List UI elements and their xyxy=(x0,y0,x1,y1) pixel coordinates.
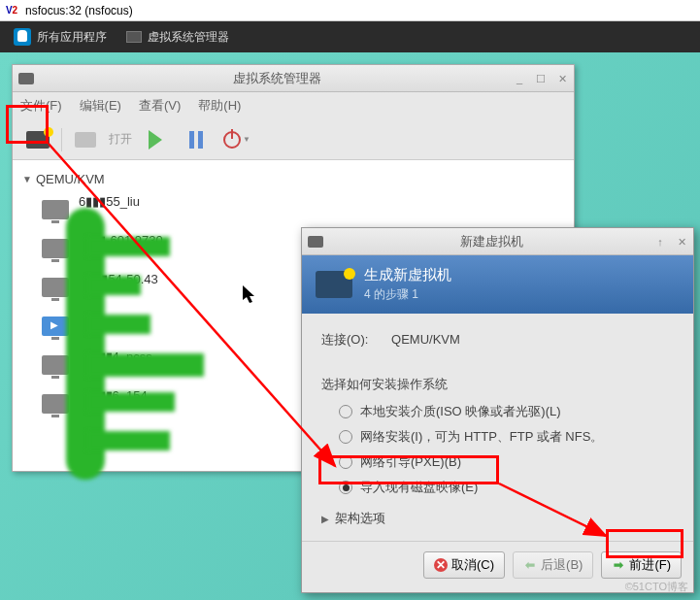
dialog-close-button[interactable]: ✕ xyxy=(676,236,687,248)
blue-hand-icon xyxy=(14,28,31,46)
install-method-label: 选择如何安装操作系统 xyxy=(321,376,674,393)
desktop-taskbar: 所有应用程序 虚拟系统管理器 xyxy=(0,21,700,52)
vmm-taskbar-icon xyxy=(126,31,142,43)
open-vm-button[interactable] xyxy=(68,124,103,155)
dialog-title: 新建虚拟机 xyxy=(329,233,654,250)
radio-import-disk[interactable]: 导入现有磁盘映像(E) xyxy=(339,479,674,496)
shutdown-button[interactable]: ▼ xyxy=(219,124,254,155)
vm-running-icon xyxy=(42,317,69,336)
chevron-down-icon: ▼ xyxy=(243,135,250,144)
redaction-overlay xyxy=(87,353,204,377)
redaction-overlay xyxy=(87,276,141,295)
vnc-titlebar: V2 nsfocus:32 (nsfocus) xyxy=(0,0,700,21)
vm-off-icon xyxy=(42,200,69,219)
redaction-overlay xyxy=(87,315,150,334)
run-button[interactable] xyxy=(138,124,173,155)
redaction-overlay xyxy=(87,392,175,412)
play-icon xyxy=(149,130,162,150)
cancel-icon: ✕ xyxy=(434,558,448,572)
cursor-icon xyxy=(243,285,256,305)
vm-off-icon xyxy=(42,394,69,414)
vmm-taskbar-label: 虚拟系统管理器 xyxy=(148,29,229,46)
monitor-icon xyxy=(75,132,96,148)
radio-selected-icon xyxy=(339,481,352,494)
applications-label: 所有应用程序 xyxy=(37,29,107,46)
radio-icon xyxy=(339,455,352,469)
new-vm-icon xyxy=(26,131,50,149)
radio-icon xyxy=(339,405,352,418)
vm-off-icon xyxy=(42,355,69,375)
expand-arrow-icon: ▼ xyxy=(22,174,32,184)
vm-off-icon xyxy=(42,278,69,297)
close-button[interactable]: ✕ xyxy=(556,73,568,84)
dialog-banner-icon xyxy=(316,271,352,298)
pause-button[interactable] xyxy=(179,124,214,155)
back-button[interactable]: ⬅后退(B) xyxy=(513,551,593,579)
forward-arrow-icon: ➡ xyxy=(612,558,625,572)
radio-network-install[interactable]: 网络安装(I)，可为 HTTP、FTP 或者 NFS。 xyxy=(339,428,674,446)
new-vm-button[interactable] xyxy=(20,124,55,155)
redaction-overlay xyxy=(87,237,170,256)
connection-value: QEMU/KVM xyxy=(391,332,460,347)
host-tree-node[interactable]: ▼ QEMU/KVM xyxy=(13,168,574,190)
svg-marker-3 xyxy=(243,285,254,303)
pause-icon xyxy=(189,131,203,149)
vnc-title: nsfocus:32 (nsfocus) xyxy=(25,4,133,17)
dialog-body: 连接(O): QEMU/KVM 选择如何安装操作系统 本地安装介质(ISO 映像… xyxy=(302,314,693,541)
radio-local-install[interactable]: 本地安装介质(ISO 映像或者光驱)(L) xyxy=(339,403,674,420)
menu-view[interactable]: 查看(V) xyxy=(139,97,181,115)
menu-edit[interactable]: 编辑(E) xyxy=(80,97,121,115)
vmm-window-icon xyxy=(18,73,34,84)
cancel-button[interactable]: ✕取消(C) xyxy=(423,551,505,579)
back-arrow-icon: ⬅ xyxy=(523,558,537,572)
connection-row: 连接(O): QEMU/KVM xyxy=(321,331,674,349)
redaction-overlay xyxy=(87,431,170,450)
maximize-button[interactable]: ☐ xyxy=(535,73,547,84)
expander-arrow-icon: ▶ xyxy=(321,514,329,524)
install-method-radiogroup: 本地安装介质(ISO 映像或者光驱)(L) 网络安装(I)，可为 HTTP、FT… xyxy=(321,403,674,496)
dialog-header-step: 4 的步骤 1 xyxy=(364,286,451,303)
minimize-button[interactable]: _ xyxy=(514,73,525,84)
radio-pxe-boot[interactable]: 网络引导(PXE)(B) xyxy=(339,453,674,471)
dialog-titlebar: 新建虚拟机 ↑ ✕ xyxy=(302,228,693,255)
desktop: 虚拟系统管理器 _ ☐ ✕ 文件(F) 编辑(E) 查看(V) 帮助(H) 打开… xyxy=(0,52,700,600)
dialog-up-button[interactable]: ↑ xyxy=(654,236,666,248)
arch-options-expander[interactable]: ▶ 架构选项 xyxy=(321,510,674,527)
menu-file[interactable]: 文件(F) xyxy=(20,97,62,115)
dialog-banner: 生成新虚拟机 4 的步骤 1 xyxy=(302,255,693,314)
forward-button[interactable]: ➡前进(F) xyxy=(601,551,682,579)
dialog-header-title: 生成新虚拟机 xyxy=(364,266,451,284)
open-label: 打开 xyxy=(109,131,132,148)
applications-menu[interactable]: 所有应用程序 xyxy=(4,24,117,50)
vmm-titlebar: 虚拟系统管理器 _ ☐ ✕ xyxy=(13,65,574,92)
vm-off-icon xyxy=(42,239,69,258)
host-label: QEMU/KVM xyxy=(36,172,105,186)
power-icon xyxy=(223,131,241,149)
dialog-window-icon xyxy=(308,236,323,248)
vmm-menubar: 文件(F) 编辑(E) 查看(V) 帮助(H) xyxy=(13,92,574,119)
menu-help[interactable]: 帮助(H) xyxy=(198,97,241,115)
connection-label: 连接(O): xyxy=(321,332,368,347)
watermark: ©51CTO博客 xyxy=(625,580,688,594)
radio-icon xyxy=(339,430,352,444)
new-vm-dialog: 新建虚拟机 ↑ ✕ 生成新虚拟机 4 的步骤 1 连接(O): QEMU/KVM… xyxy=(301,227,694,593)
taskbar-vmm-entry[interactable]: 虚拟系统管理器 xyxy=(117,25,239,50)
vmm-toolbar: 打开 ▼ xyxy=(13,119,574,160)
vnc-icon: V2 xyxy=(4,3,19,18)
vmm-title: 虚拟系统管理器 xyxy=(40,70,514,87)
